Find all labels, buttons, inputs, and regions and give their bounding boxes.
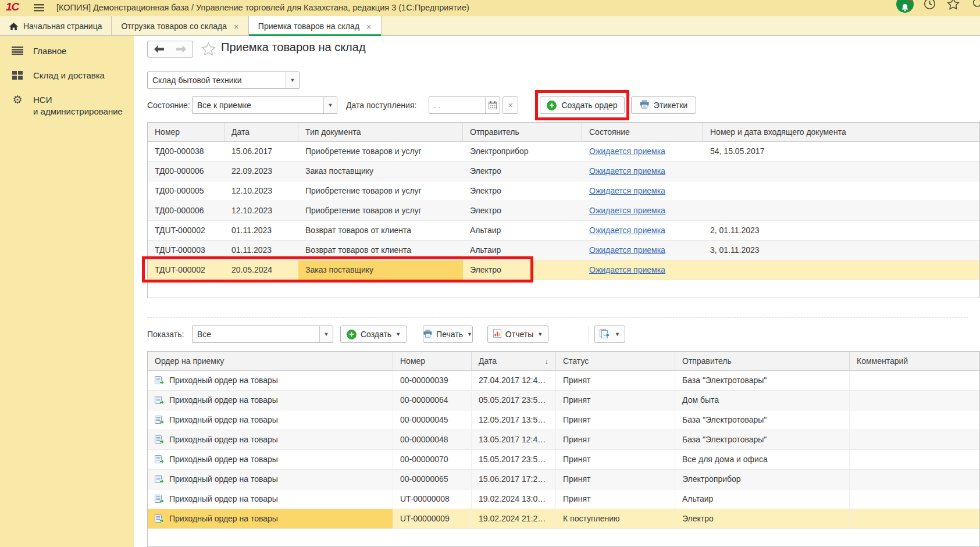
- state-link[interactable]: Ожидается приемка: [589, 265, 665, 274]
- chevron-down-icon: ▼: [467, 331, 472, 337]
- order-title: Приходный ордер на товары: [169, 435, 278, 444]
- date-input[interactable]: . .: [429, 96, 500, 114]
- print-button[interactable]: Печать ▼: [423, 326, 473, 343]
- document-row[interactable]: ТД00-00000512.10.2023Приобретение товаро…: [148, 181, 979, 201]
- back-button[interactable]: [147, 41, 170, 58]
- state-link[interactable]: Ожидается приемка: [589, 245, 665, 255]
- column-header[interactable]: Дата↓: [472, 352, 556, 370]
- cell-title: Приходный ордер на товары: [148, 391, 393, 410]
- cell-doc_type: Возврат товаров от клиента: [298, 241, 463, 260]
- tab-receiving[interactable]: Приемка товаров на склад×: [249, 16, 382, 36]
- document-row[interactable]: ТД00-00000612.10.2023Приобретение товаро…: [148, 201, 979, 221]
- cell-date: 22.09.2023: [224, 162, 298, 181]
- column-header[interactable]: Ордер на приемку: [148, 352, 393, 370]
- column-header[interactable]: Дата: [224, 123, 298, 141]
- grid-icon: [10, 71, 24, 80]
- column-header[interactable]: Номер: [148, 123, 224, 141]
- labels-button[interactable]: Этикетки: [631, 96, 696, 114]
- show-filter-label: Показать:: [147, 326, 184, 343]
- order-row[interactable]: Приходный ордер на товары00-0000006515.0…: [148, 470, 979, 489]
- cell-incoming: [703, 201, 980, 220]
- document-row[interactable]: ТД00-00003815.06.2017Приобретение товаро…: [148, 142, 979, 162]
- column-header[interactable]: Тип документа: [298, 123, 463, 141]
- cell-number: 00-00000048: [393, 430, 472, 449]
- cell-sender: Альтаир: [463, 221, 582, 240]
- column-header[interactable]: Номер и дата входящего документа: [703, 123, 980, 141]
- cell-number: ТД00-000038: [148, 142, 224, 161]
- favorite-star-icon[interactable]: [201, 42, 216, 58]
- incoming-order-icon: [155, 452, 164, 469]
- cell-doc_type: Заказ поставщику: [298, 162, 463, 181]
- close-icon[interactable]: ×: [234, 22, 239, 31]
- close-icon[interactable]: ×: [366, 22, 372, 31]
- plus-icon: +: [547, 101, 557, 110]
- history-icon[interactable]: [924, 0, 936, 12]
- cell-comment: [850, 489, 980, 509]
- chevron-down-icon[interactable]: ▼: [323, 97, 337, 113]
- cell-status: Принят: [556, 391, 675, 410]
- document-row[interactable]: ТДUT-00000301.11.2023Возврат товаров от …: [148, 241, 979, 260]
- cell-status: К поступлению: [556, 509, 675, 528]
- tab-label: Начальная страница: [23, 22, 102, 31]
- tab-shipment[interactable]: Отгрузка товаров со склада×: [112, 16, 248, 36]
- state-link[interactable]: Ожидается приемка: [589, 186, 665, 195]
- sidebar-item-main[interactable]: Главное: [0, 45, 134, 57]
- order-row[interactable]: Приходный ордер на товарыUT-0000000919.0…: [148, 509, 979, 529]
- chevron-down-icon[interactable]: ▼: [286, 72, 299, 88]
- cell-sender: Альтаир: [463, 241, 582, 260]
- reports-label: Отчеты: [505, 330, 533, 339]
- column-header[interactable]: Отправитель: [463, 123, 582, 141]
- window-title: [КОПИЯ] Демонстрационная база / Управлен…: [56, 3, 469, 12]
- search-icon[interactable]: [972, 0, 980, 12]
- cell-date: 15.06.2017: [224, 142, 298, 161]
- cell-title: Приходный ордер на товары: [148, 450, 393, 469]
- favorites-icon[interactable]: [947, 0, 960, 12]
- cell-doc_type: Приобретение товаров и услуг: [298, 181, 463, 201]
- chevron-down-icon[interactable]: ▼: [319, 326, 333, 342]
- state-link[interactable]: Ожидается приемка: [589, 226, 665, 235]
- tab-home[interactable]: Начальная страница: [0, 16, 112, 36]
- state-link[interactable]: Ожидается приемка: [589, 206, 665, 215]
- clear-date-button[interactable]: ×: [503, 96, 518, 114]
- forward-button[interactable]: [170, 41, 193, 58]
- cell-date: 15.05.2017 23:5…: [472, 450, 556, 469]
- state-link[interactable]: Ожидается приемка: [589, 166, 665, 176]
- order-row[interactable]: Приходный ордер на товарыUT-0000000819.0…: [148, 489, 979, 509]
- order-row[interactable]: Приходный ордер на товары00-0000007015.0…: [148, 450, 979, 470]
- cell-comment: [850, 450, 980, 469]
- order-row[interactable]: Приходный ордер на товары00-0000006405.0…: [148, 391, 979, 410]
- column-header[interactable]: Статус: [556, 352, 675, 370]
- state-filter-select[interactable]: Все к приемке ▼: [192, 96, 337, 114]
- cell-date: 20.05.2024: [224, 260, 298, 280]
- cell-sender: Альтаир: [675, 489, 850, 509]
- edi-button[interactable]: ▼: [594, 326, 625, 343]
- column-header[interactable]: Комментарий: [850, 352, 980, 370]
- splitter[interactable]: [147, 317, 968, 317]
- menu-icon[interactable]: [34, 3, 44, 14]
- show-filter-select[interactable]: Все ▼: [192, 326, 333, 343]
- notifications-bell-icon[interactable]: [896, 0, 914, 13]
- create-label: Создать: [361, 330, 391, 339]
- document-row[interactable]: ТД00-00000622.09.2023Заказ поставщикуЭле…: [148, 162, 979, 181]
- order-row[interactable]: Приходный ордер на товары00-0000004813.0…: [148, 430, 979, 450]
- create-button[interactable]: + Создать ▼: [340, 326, 407, 343]
- cell-date: 13.05.2017 12:4…: [472, 430, 556, 449]
- document-row[interactable]: ТДUT-00000220.05.2024Заказ поставщикуЭле…: [148, 260, 979, 280]
- column-header[interactable]: Номер: [393, 352, 472, 370]
- cell-number: ТДUT-000002: [148, 260, 224, 280]
- sidebar-item-warehouse-delivery[interactable]: Склад и доставка: [0, 70, 134, 81]
- order-row[interactable]: Приходный ордер на товары00-0000003927.0…: [148, 371, 979, 391]
- reports-button[interactable]: Отчеты ▼: [487, 326, 548, 343]
- main-panel: Приемка товаров на склад Склад бытовой т…: [134, 36, 980, 547]
- column-header[interactable]: Состояние: [582, 123, 703, 141]
- sidebar-item-nsi-admin[interactable]: ⚙НСИ и администрирование: [0, 94, 134, 117]
- calendar-icon[interactable]: [485, 97, 500, 113]
- document-row[interactable]: ТДUT-00000201.11.2023Возврат товаров от …: [148, 221, 979, 241]
- incoming-documents-table: НомерДатаТип документаОтправительСостоян…: [147, 122, 980, 298]
- order-row[interactable]: Приходный ордер на товары00-0000004512.0…: [148, 410, 979, 430]
- warehouse-select[interactable]: Склад бытовой техники ▼: [147, 71, 300, 89]
- cell-date: 19.02.2024 21:2…: [472, 509, 556, 528]
- create-order-button[interactable]: + Создать ордер: [540, 96, 625, 114]
- state-link[interactable]: Ожидается приемка: [589, 146, 665, 156]
- column-header[interactable]: Отправитель: [675, 352, 850, 370]
